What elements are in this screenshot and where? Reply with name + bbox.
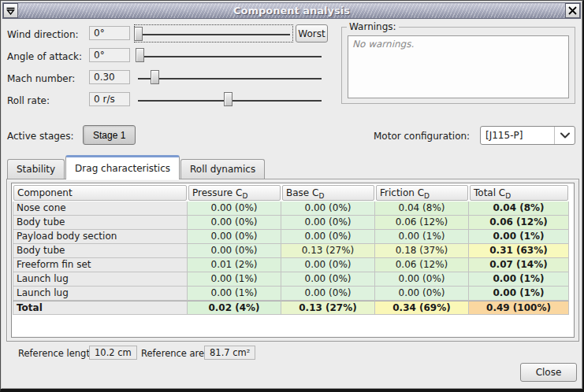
warnings-title: Warnings: — [347, 21, 399, 32]
motor-configuration-value: [J115-P] — [481, 130, 554, 141]
value-cell: 0.00 (1%) — [375, 230, 469, 244]
roll-rate-label: Roll rate: — [7, 95, 50, 106]
table-row[interactable]: Nose cone0.00 (0%)0.00 (0%)0.04 (8%)0.04… — [13, 202, 569, 216]
angle-of-attack-slider[interactable] — [136, 46, 324, 65]
close-window-button[interactable] — [565, 3, 580, 18]
angle-of-attack-field[interactable]: 0° — [89, 48, 130, 62]
worst-button[interactable]: Worst — [296, 24, 328, 43]
warnings-group: Warnings: No warnings. — [341, 27, 575, 104]
value-cell: 0.13 (27%) — [281, 301, 375, 315]
value-cell: 0.00 (1%) — [469, 230, 569, 244]
table-row[interactable]: Body tube0.00 (0%)0.00 (0%)0.06 (12%)0.0… — [13, 216, 569, 230]
value-cell: 0.00 (0%) — [188, 216, 281, 230]
value-cell: 0.00 (0%) — [375, 272, 469, 287]
value-cell: 0.13 (27%) — [281, 244, 375, 258]
wind-direction-slider[interactable] — [134, 24, 293, 43]
component-cell: Payload body section — [13, 230, 188, 244]
value-cell: 0.06 (12%) — [469, 216, 569, 230]
close-icon — [568, 6, 577, 15]
value-cell: 0.49 (100%) — [469, 301, 569, 315]
component-cell: Freeform fin set — [13, 258, 188, 272]
value-cell: 0.06 (12%) — [375, 216, 469, 230]
stage-1-toggle-button[interactable]: Stage 1 — [83, 125, 136, 145]
tab-roll-dynamics[interactable]: Roll dynamics — [180, 159, 265, 179]
slider-thumb[interactable] — [224, 92, 232, 106]
mach-number-slider[interactable] — [136, 68, 324, 87]
value-cell: 0.04 (8%) — [469, 202, 569, 216]
component-cell: Body tube — [13, 216, 188, 230]
roll-rate-slider[interactable] — [136, 91, 324, 109]
value-cell: 0.00 (1%) — [469, 272, 569, 287]
component-analysis-dialog: Component analysis Wind direction: 0° Wo… — [0, 0, 584, 392]
component-cell: Launch lug — [13, 287, 188, 301]
header-total-cd[interactable]: Total CD — [470, 185, 568, 201]
component-cell: Nose cone — [13, 202, 188, 216]
reference-area-value: 81.7 cm² — [204, 346, 255, 360]
analysis-tabs: Stability Drag characteristics Roll dyna… — [7, 156, 266, 179]
title-bar[interactable]: Component analysis — [2, 2, 581, 19]
component-cell: Body tube — [13, 244, 188, 258]
header-base-cd[interactable]: Base CD — [282, 185, 374, 201]
wind-direction-field[interactable]: 0° — [89, 26, 130, 40]
tab-drag-characteristics[interactable]: Drag characteristics — [65, 155, 180, 179]
table-scrollpane[interactable]: Component Pressure CD Base CD Friction C… — [11, 183, 575, 338]
table-row[interactable]: Launch lug0.00 (1%)0.00 (0%)0.00 (0%)0.0… — [13, 287, 569, 301]
component-cell: Launch lug — [13, 272, 188, 287]
value-cell: 0.00 (0%) — [281, 272, 375, 287]
reference-length-label: Reference length: — [18, 348, 99, 359]
table-header-row: Component Pressure CD Base CD Friction C… — [13, 184, 569, 202]
wind-direction-label: Wind direction: — [7, 29, 79, 40]
table-row[interactable]: Launch lug0.00 (1%)0.00 (0%)0.00 (0%)0.0… — [13, 272, 569, 287]
table-body: Nose cone0.00 (0%)0.00 (0%)0.04 (8%)0.04… — [13, 202, 569, 315]
slider-track — [137, 34, 290, 35]
slider-thumb[interactable] — [151, 70, 159, 84]
slider-thumb[interactable] — [136, 48, 144, 62]
slider-thumb[interactable] — [134, 27, 143, 41]
close-button[interactable]: Close — [520, 363, 577, 382]
tab-stability[interactable]: Stability — [7, 159, 65, 179]
table-row[interactable]: Freeform fin set0.01 (2%)0.00 (0%)0.06 (… — [13, 258, 569, 272]
window-shade-icon — [6, 7, 15, 15]
header-component[interactable]: Component — [13, 185, 187, 201]
slider-track — [138, 78, 322, 80]
window-menu-button[interactable] — [3, 3, 18, 18]
value-cell: 0.00 (0%) — [281, 287, 375, 301]
mach-number-field[interactable]: 0.30 — [89, 70, 130, 84]
value-cell: 0.07 (14%) — [469, 258, 569, 272]
reference-length-value: 10.2 cm — [89, 346, 137, 360]
value-cell: 0.00 (0%) — [281, 258, 375, 272]
table-row[interactable]: Payload body section0.00 (0%)0.00 (0%)0.… — [13, 230, 569, 244]
motor-configuration-select[interactable]: [J115-P] — [480, 126, 575, 145]
table-row[interactable]: Total0.02 (4%)0.13 (27%)0.34 (69%)0.49 (… — [13, 301, 569, 315]
table-row[interactable]: Body tube0.00 (0%)0.13 (27%)0.18 (37%)0.… — [13, 244, 569, 258]
value-cell: 0.00 (0%) — [281, 202, 375, 216]
value-cell: 0.02 (4%) — [188, 301, 281, 315]
value-cell: 0.00 (1%) — [188, 272, 281, 287]
value-cell: 0.06 (12%) — [375, 258, 469, 272]
header-friction-cd[interactable]: Friction CD — [376, 185, 468, 201]
value-cell: 0.18 (37%) — [375, 244, 469, 258]
value-cell: 0.04 (8%) — [375, 202, 469, 216]
chevron-down-icon — [554, 127, 575, 144]
value-cell: 0.31 (63%) — [469, 244, 569, 258]
drag-characteristics-panel: Component Pressure CD Base CD Friction C… — [6, 179, 579, 342]
mach-number-label: Mach number: — [7, 73, 75, 84]
value-cell: 0.00 (0%) — [281, 216, 375, 230]
value-cell: 0.00 (0%) — [281, 230, 375, 244]
roll-rate-field[interactable]: 0 r/s — [89, 92, 130, 106]
value-cell: 0.00 (0%) — [188, 244, 281, 258]
value-cell: 0.00 (0%) — [375, 287, 469, 301]
header-pressure-cd[interactable]: Pressure CD — [188, 185, 281, 201]
value-cell: 0.00 (1%) — [188, 287, 281, 301]
active-stages-label: Active stages: — [7, 131, 74, 142]
value-cell: 0.00 (0%) — [188, 202, 281, 216]
motor-configuration-label: Motor configuration: — [374, 131, 470, 142]
no-warnings-text: No warnings. — [352, 39, 564, 50]
angle-of-attack-label: Angle of attack: — [7, 51, 82, 62]
warnings-list[interactable]: No warnings. — [348, 35, 569, 98]
value-cell: 0.00 (0%) — [188, 230, 281, 244]
component-cell: Total — [13, 301, 188, 315]
window-title: Component analysis — [3, 5, 580, 17]
value-cell: 0.00 (1%) — [469, 287, 569, 301]
value-cell: 0.01 (2%) — [188, 258, 281, 272]
